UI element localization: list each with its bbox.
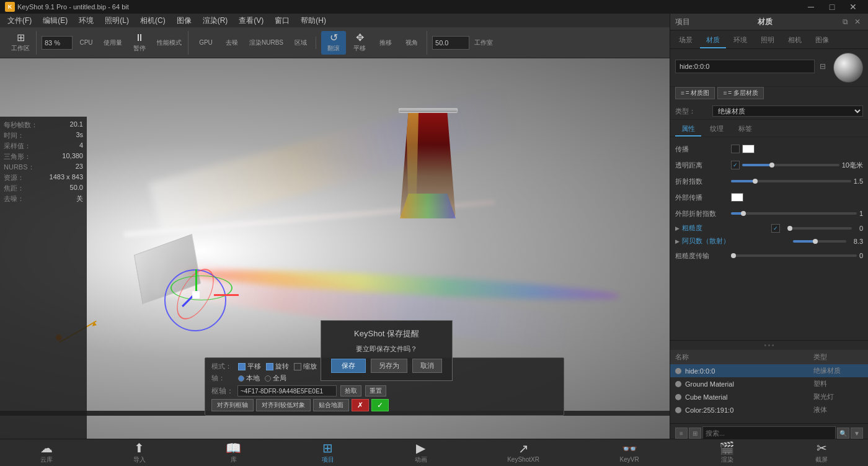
prop-rt-slider[interactable] [731,254,857,257]
bottom-library2-button[interactable]: 📖 库 [218,441,249,465]
bottom-animation-button[interactable]: ▶ 动画 [407,441,435,465]
region-button[interactable]: 区域 [288,37,313,49]
gpu-button[interactable]: GPU [193,37,218,48]
translate-checkbox[interactable] [238,363,246,370]
save-button[interactable]: 保存 [331,359,366,373]
list-item[interactable]: Color:255:191:0 液体 [670,403,868,416]
rotate-checkbox[interactable] [266,363,273,370]
mat-graph-button[interactable]: = = 材质图 [675,87,715,99]
menu-view[interactable]: 查看(V) [234,14,268,27]
global-radio[interactable] [265,375,271,382]
material-options-button[interactable]: ⊟ [817,61,828,72]
menu-render[interactable]: 渲染(R) [198,14,233,27]
studio-button[interactable]: 工作室 [471,37,497,49]
list-item[interactable]: Cube Material 聚光灯 [670,390,868,403]
panel-close-button[interactable]: ✕ [852,16,863,27]
cpu-button[interactable]: CPU [74,37,99,48]
align-to-lower-button[interactable]: 对齐到较低对象 [256,399,311,411]
prop-trans-dist-checkbox[interactable] [731,161,740,169]
tab-lighting[interactable]: 照明 [755,33,781,48]
local-radio[interactable] [238,375,244,382]
abbe-section[interactable]: ▶ 阿贝数（散射） 8.3 [670,235,868,248]
fov-button[interactable]: 视角 [399,37,424,49]
tumble-button[interactable]: ↺ 翻滚 [321,31,346,55]
menu-image[interactable]: 图像 [172,14,197,27]
roughness-slider[interactable] [787,227,851,230]
bottom-render-button[interactable]: 🎬 渲染 [712,441,742,465]
prop-propagation-color[interactable] [742,145,755,153]
dolly-button[interactable]: 推移 [373,37,398,49]
tab-environment[interactable]: 环境 [727,33,753,48]
menu-lighting[interactable]: 照明(L) [100,14,134,27]
bottom-import-button[interactable]: ⬆ 导入 [126,441,153,465]
save-cancel-button[interactable]: 取消 [412,359,442,373]
material-search-input[interactable] [702,426,836,440]
mode-cancel-button[interactable]: ✗ [352,399,369,411]
subtab-labels[interactable]: 标签 [732,122,758,137]
pause-button[interactable]: ⏸ 暂停 [127,31,152,55]
subtab-properties[interactable]: 属性 [675,122,701,137]
panel-grid-view-button[interactable]: ⊞ [689,428,701,439]
bottom-screenshot-button[interactable]: ✂ 截屏 [808,441,835,465]
tab-scene[interactable]: 场景 [673,33,699,48]
bottom-library-button[interactable]: ☁ 云库 [33,441,60,465]
save-as-button[interactable]: 另存为 [371,359,407,373]
tab-image[interactable]: 图像 [809,33,835,48]
nurbs-button[interactable]: 渲染NURBS [246,37,287,49]
abbe-thumb[interactable] [813,239,818,244]
tab-camera[interactable]: 相机 [782,33,808,48]
list-item[interactable]: Ground Material 塑料 [670,377,868,390]
prop-rt-thumb[interactable] [731,253,736,258]
menu-help[interactable]: 帮助(H) [296,14,331,27]
reset-button[interactable]: 重置 [365,385,386,397]
denoise-button[interactable]: 去噪 [219,37,244,49]
pan-button[interactable]: ✥ 平移 [347,31,372,55]
prop-ext-prop-color[interactable] [731,193,743,202]
roughness-checkbox[interactable] [771,224,780,233]
mode-ok-button[interactable]: ✓ [371,399,389,411]
zoom-input[interactable] [42,36,73,50]
material-name-input[interactable] [675,60,815,73]
panel-list-view-button[interactable]: ≡ [675,428,688,439]
pivot-input[interactable] [237,385,337,397]
maximize-button[interactable]: □ [822,0,842,14]
panel-float-button[interactable]: ⧉ [839,16,851,27]
usage-button[interactable]: 使用量 [100,37,126,49]
prop-ext-refr-thumb[interactable] [741,211,746,216]
bottom-project-button[interactable]: ⊞ 项目 [314,441,342,465]
list-item[interactable]: hide:0:0:0 绝缘材质 [670,364,868,377]
menu-window[interactable]: 窗口 [270,14,294,27]
menu-edit[interactable]: 编辑(E) [38,14,73,27]
close-button[interactable]: ✕ [843,0,863,14]
prop-refr-slider[interactable] [731,180,851,182]
perf-mode-button[interactable]: 性能模式 [153,37,185,49]
mat-multilayer-button[interactable]: = = 多层材质 [717,87,763,99]
roughness-thumb[interactable] [787,226,792,231]
panel-search-button[interactable]: 🔍 [837,428,849,439]
subtab-texture[interactable]: 纹理 [704,122,730,137]
prop-refr-thumb[interactable] [753,179,758,184]
panel-filter-button[interactable]: ▼ [851,428,863,439]
abbe-slider[interactable] [793,240,846,243]
snap-to-ground-button[interactable]: 贴合地面 [313,399,349,411]
scale-checkbox[interactable] [294,363,301,370]
prop-propagation-checkbox[interactable] [731,145,740,153]
viewport[interactable]: 每秒帧数： 20.1 时间： 3s 采样值： 4 三角形： 10,380 NUR… [0,58,670,443]
minimize-button[interactable]: ─ [801,0,821,14]
prop-ext-refr-slider[interactable] [731,212,857,215]
align-to-frame-button[interactable]: 对齐到框轴 [211,399,254,411]
workspace-button[interactable]: ⊞ 工作区 [7,31,33,55]
fov-input[interactable] [432,36,469,50]
prop-trans-dist-slider[interactable] [742,164,839,166]
tab-material[interactable]: 材质 [700,33,726,48]
grab-button[interactable]: 拾取 [340,385,361,397]
transform-gizmo[interactable] [158,257,251,350]
menu-camera[interactable]: 相机(C) [135,14,170,27]
roughness-section[interactable]: ▶ 粗糙度 0 [670,222,868,235]
bottom-keyshotxr-button[interactable]: ↗ KeyShotXR [500,441,547,464]
material-type-select[interactable]: 绝缘材质 [712,105,863,117]
menu-file[interactable]: 文件(F) [2,14,37,27]
menu-env[interactable]: 环境 [74,14,99,27]
bottom-keyvr-button[interactable]: 👓 KeyVR [613,441,647,464]
prop-trans-dist-thumb[interactable] [769,163,774,168]
